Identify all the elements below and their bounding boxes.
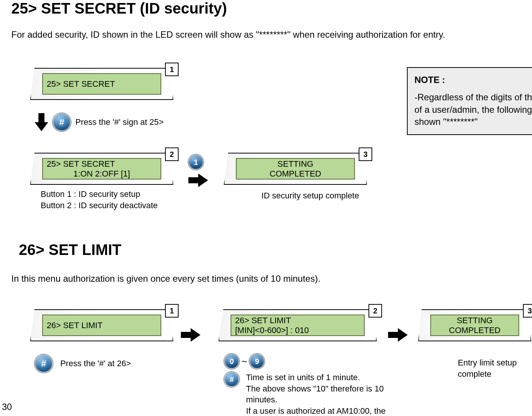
lcd-line2: COMPLETED bbox=[270, 169, 321, 179]
device-26-step2: 26> SET LIMIT [MIN]<0-600>] : 010 2 bbox=[219, 309, 377, 341]
hash-key-icon: # bbox=[35, 355, 53, 373]
device-25-step3: SETTING COMPLETED 3 bbox=[224, 153, 367, 185]
press-hash-caption-25: Press the '#' sign at 25> bbox=[75, 117, 164, 128]
lcd-line2: [MIN]<0-600>] : 010 bbox=[235, 325, 360, 335]
device-25-step2: 25> SET SECRET 1:ON 2:OFF [1] 2 bbox=[30, 153, 173, 185]
lcd-line1: 26> SET LIMIT bbox=[235, 316, 360, 325]
step3-caption-26: Entry limit setup complete bbox=[458, 357, 532, 379]
arrow-right-icon bbox=[388, 328, 408, 342]
arrow-right-icon bbox=[188, 173, 208, 187]
digit-9-key-icon: 9 bbox=[249, 354, 264, 369]
step-badge: 1 bbox=[165, 304, 179, 318]
step2-caption-line1: Button 1 : ID security setup bbox=[41, 189, 173, 200]
step2-caption-line2: Button 2 : ID security deactivate bbox=[41, 200, 173, 211]
tilde-icon: ~ bbox=[242, 356, 247, 367]
device-25-step1: 25> SET SECRET 1 bbox=[30, 68, 173, 100]
hash-key-icon: # bbox=[53, 113, 71, 131]
step3-caption-25: ID security setup complete bbox=[261, 190, 367, 201]
step2-caption-26: Time is set in units of 1 minute. The ab… bbox=[246, 372, 397, 416]
arrow-right-icon bbox=[181, 328, 200, 342]
digit-0-key-icon: 0 bbox=[224, 354, 239, 369]
device-26-step3: SETTING COMPLETED 3 bbox=[418, 309, 531, 341]
section-25-intro: For added security, ID shown in the LED … bbox=[11, 29, 445, 40]
note-title: NOTE : bbox=[414, 74, 532, 86]
step-badge: 1 bbox=[165, 63, 179, 76]
lcd-line1: 25> SET SECRET bbox=[47, 159, 157, 169]
lcd-text: 25> SET SECRET bbox=[47, 79, 157, 89]
lcd-line1: SETTING bbox=[277, 159, 313, 169]
note-body: -Regardless of the digits of the ID of a… bbox=[414, 91, 532, 128]
lcd-text: 26> SET LIMIT bbox=[47, 321, 157, 330]
device-26-step1: 26> SET LIMIT 1 bbox=[30, 309, 173, 341]
lcd-line2: 1:ON 2:OFF [1] bbox=[47, 169, 157, 179]
press-hash-caption-26: Press the '#' at 26> bbox=[60, 358, 131, 369]
section-25-heading: 25> SET SECRET (ID security) bbox=[11, 0, 227, 17]
page-number: 30 bbox=[2, 402, 12, 412]
step-badge: 2 bbox=[368, 304, 382, 318]
step-badge: 3 bbox=[359, 147, 372, 161]
section-26-intro: In this menu authorization is given once… bbox=[11, 273, 320, 284]
lcd-line1: SETTING bbox=[457, 316, 492, 325]
hash-key-icon: # bbox=[224, 372, 239, 387]
step-badge: 2 bbox=[165, 147, 179, 161]
lcd-line2: COMPLETED bbox=[449, 325, 501, 335]
step-badge: 3 bbox=[523, 304, 532, 318]
arrow-down-icon bbox=[35, 113, 48, 131]
digit-1-key-icon: 1 bbox=[188, 155, 203, 170]
note-box: NOTE : -Regardless of the digits of the … bbox=[407, 67, 532, 135]
section-26-heading: 26> SET LIMIT bbox=[19, 241, 121, 258]
